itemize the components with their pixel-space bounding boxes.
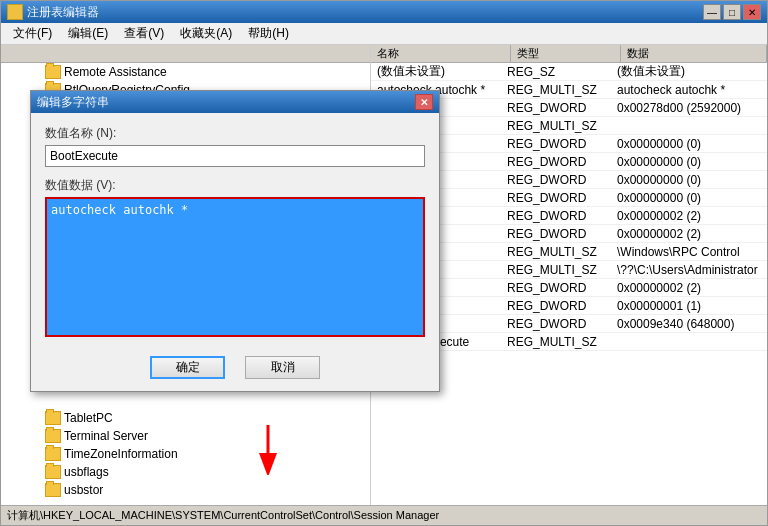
menu-bar: 文件(F) 编辑(E) 查看(V) 收藏夹(A) 帮助(H) [1, 23, 767, 45]
tree-label: TabletPC [64, 411, 113, 425]
title-bar: 注册表编辑器 — □ ✕ [1, 1, 767, 23]
title-bar-left: 注册表编辑器 [7, 4, 99, 21]
name-input[interactable] [45, 145, 425, 167]
status-bar: 计算机\HKEY_LOCAL_MACHINE\SYSTEM\CurrentCon… [1, 505, 767, 525]
tree-label: Remote Assistance [64, 65, 167, 79]
status-text: 计算机\HKEY_LOCAL_MACHINE\SYSTEM\CurrentCon… [7, 508, 439, 523]
reg-data: 0x00278d00 (2592000) [611, 101, 767, 115]
reg-data: 0x00000000 (0) [611, 137, 767, 151]
cancel-button[interactable]: 取消 [245, 356, 320, 379]
col-header-data: 数据 [621, 45, 767, 62]
menu-view[interactable]: 查看(V) [116, 23, 172, 44]
app-icon [7, 4, 23, 20]
reg-data: 0x00000002 (2) [611, 209, 767, 223]
reg-type: REG_DWORD [501, 227, 611, 241]
table-header: 名称 类型 数据 [371, 45, 767, 63]
reg-data: \??\C:\Users\Administrator [611, 263, 767, 277]
menu-file[interactable]: 文件(F) [5, 23, 60, 44]
dialog-title-bar: 编辑多字符串 ✕ [31, 91, 439, 113]
reg-type: REG_DWORD [501, 317, 611, 331]
reg-type: REG_MULTI_SZ [501, 119, 611, 133]
reg-type: REG_DWORD [501, 155, 611, 169]
reg-type: REG_MULTI_SZ [501, 263, 611, 277]
menu-edit[interactable]: 编辑(E) [60, 23, 116, 44]
reg-type: REG_DWORD [501, 299, 611, 313]
close-button[interactable]: ✕ [743, 4, 761, 20]
minimize-button[interactable]: — [703, 4, 721, 20]
reg-type: REG_DWORD [501, 173, 611, 187]
reg-data: (数值未设置) [611, 63, 767, 80]
reg-data: 0x00000000 (0) [611, 155, 767, 169]
maximize-button[interactable]: □ [723, 4, 741, 20]
data-textarea[interactable]: autocheck autochk * [45, 197, 425, 337]
menu-favorites[interactable]: 收藏夹(A) [172, 23, 240, 44]
edit-multistring-dialog: 编辑多字符串 ✕ 数值名称 (N): 数值数据 (V): autocheck a… [30, 90, 440, 392]
menu-help[interactable]: 帮助(H) [240, 23, 297, 44]
folder-icon [45, 447, 61, 461]
reg-type: REG_SZ [501, 65, 611, 79]
tree-label: Terminal Server [64, 429, 148, 443]
reg-type: REG_DWORD [501, 101, 611, 115]
ok-button[interactable]: 确定 [150, 356, 225, 379]
name-label: 数值名称 (N): [45, 125, 425, 142]
tree-label: usbflags [64, 465, 109, 479]
table-row[interactable]: (数值未设置) REG_SZ (数值未设置) [371, 63, 767, 81]
tree-label: usbstor [64, 483, 103, 497]
window-title: 注册表编辑器 [27, 4, 99, 21]
reg-type: REG_DWORD [501, 137, 611, 151]
reg-type: REG_MULTI_SZ [501, 335, 611, 349]
dialog-buttons: 确定 取消 [45, 356, 425, 379]
folder-icon [45, 411, 61, 425]
reg-type: REG_MULTI_SZ [501, 245, 611, 259]
reg-name: (数值未设置) [371, 63, 501, 80]
reg-data: 0x00000001 (1) [611, 299, 767, 313]
reg-data: 0x00000002 (2) [611, 227, 767, 241]
tree-header [1, 45, 370, 63]
folder-icon [45, 429, 61, 443]
tree-item-usbflags[interactable]: usbflags [1, 463, 370, 481]
tree-item-timezone[interactable]: TimeZoneInformation [1, 445, 370, 463]
dialog-body: 数值名称 (N): 数值数据 (V): autocheck autochk * … [31, 113, 439, 391]
reg-data: 0x00000000 (0) [611, 191, 767, 205]
reg-data: \Windows\RPC Control [611, 245, 767, 259]
title-bar-controls: — □ ✕ [703, 4, 761, 20]
reg-type: REG_DWORD [501, 281, 611, 295]
reg-data: 0x00000002 (2) [611, 281, 767, 295]
folder-icon [45, 483, 61, 497]
reg-data: 0x00000000 (0) [611, 173, 767, 187]
tree-item-tabletpc[interactable]: TabletPC [1, 409, 370, 427]
tree-item-terminal-server[interactable]: Terminal Server [1, 427, 370, 445]
dialog-title: 编辑多字符串 [37, 94, 109, 111]
folder-icon [45, 465, 61, 479]
folder-icon [45, 65, 61, 79]
tree-item-usbstor[interactable]: usbstor [1, 481, 370, 499]
reg-type: REG_DWORD [501, 191, 611, 205]
reg-data: autocheck autochk * [611, 83, 767, 97]
col-header-type: 类型 [511, 45, 621, 62]
dialog-close-button[interactable]: ✕ [415, 94, 433, 110]
col-header-name: 名称 [371, 45, 511, 62]
data-label: 数值数据 (V): [45, 177, 425, 194]
tree-label: TimeZoneInformation [64, 447, 178, 461]
reg-type: REG_MULTI_SZ [501, 83, 611, 97]
tree-item-remote-assistance[interactable]: Remote Assistance [1, 63, 370, 81]
reg-data: 0x0009e340 (648000) [611, 317, 767, 331]
reg-type: REG_DWORD [501, 209, 611, 223]
